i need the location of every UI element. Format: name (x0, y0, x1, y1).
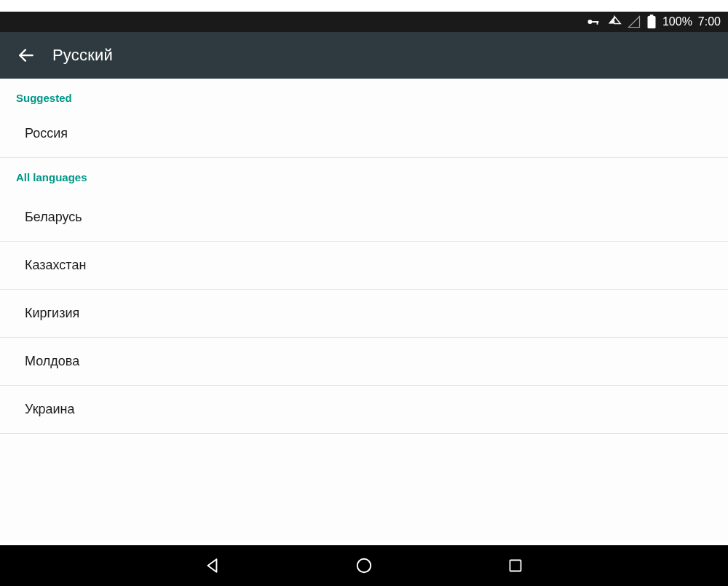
list-item-label: Беларусь (25, 210, 82, 224)
key-icon (585, 14, 601, 30)
wifi-icon: ! (607, 15, 622, 29)
svg-rect-8 (510, 561, 521, 571)
svg-point-0 (587, 20, 592, 24)
svg-text:!: ! (614, 18, 615, 23)
nav-recent-button[interactable] (498, 548, 533, 583)
triangle-back-icon (203, 556, 222, 575)
list-item[interactable]: Киргизия (0, 290, 728, 338)
list-item-label: Молдова (25, 354, 79, 368)
battery-percent: 100% (662, 15, 692, 28)
svg-rect-4 (649, 15, 653, 16)
list-item-label: Казахстан (25, 258, 86, 272)
cell-signal-icon (628, 15, 641, 28)
clock-time: 7:00 (698, 15, 721, 28)
app-bar: Русский (0, 32, 728, 79)
section-header-all: All languages (0, 158, 728, 194)
square-recent-icon (507, 557, 524, 574)
content-scroll[interactable]: Suggested Россия All languages Беларусь … (0, 79, 728, 541)
svg-rect-5 (647, 16, 655, 28)
status-bar: ! 100% 7:00 (0, 12, 728, 32)
arrow-left-icon (17, 46, 36, 65)
list-item[interactable]: Россия (0, 110, 728, 158)
list-item[interactable]: Украина (0, 386, 728, 434)
battery-icon (646, 15, 657, 29)
list-item[interactable]: Беларусь (0, 194, 728, 242)
circle-home-icon (355, 556, 373, 575)
back-button[interactable] (9, 38, 44, 73)
page-title: Русский (52, 46, 113, 65)
list-item[interactable]: Молдова (0, 338, 728, 386)
nav-back-button[interactable] (195, 548, 230, 583)
list-item-label: Украина (25, 402, 75, 416)
svg-rect-2 (597, 21, 598, 25)
nav-home-button[interactable] (347, 548, 381, 583)
list-item-label: Киргизия (25, 306, 79, 320)
list-item-label: Россия (25, 126, 68, 140)
navigation-bar (0, 545, 728, 586)
list-item[interactable]: Казахстан (0, 242, 728, 290)
svg-point-7 (357, 559, 371, 572)
top-spacer (0, 0, 728, 12)
section-header-suggested: Suggested (0, 79, 728, 110)
